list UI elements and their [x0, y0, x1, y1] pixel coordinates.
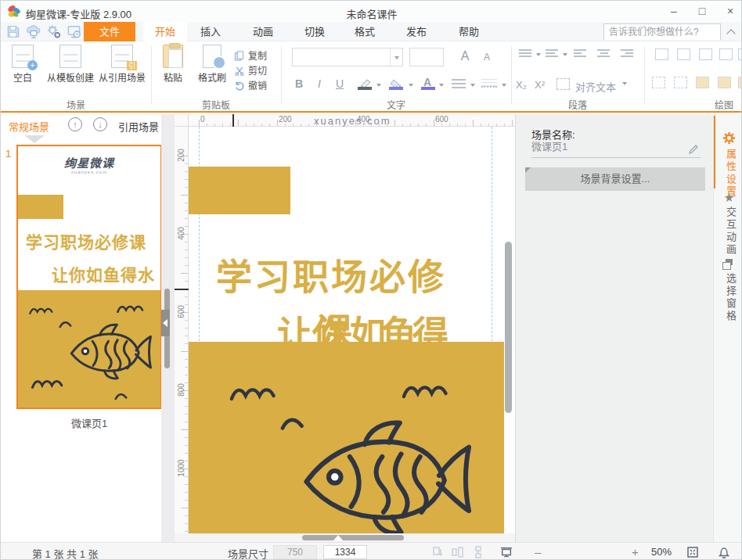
bullet-list-button[interactable]: [519, 49, 533, 59]
undo-button[interactable]: 撤销: [234, 78, 289, 91]
group-objects-button[interactable]: [652, 77, 665, 88]
cut-button[interactable]: 剪切: [234, 63, 289, 76]
tab-selection-pane[interactable]: 选择窗格: [723, 273, 738, 323]
edit-pencil-icon[interactable]: [688, 144, 699, 155]
headline-text-line1[interactable]: 学习职场必修: [216, 248, 446, 300]
chevron-down-icon[interactable]: [536, 53, 541, 56]
superscript-button[interactable]: X²: [535, 79, 545, 91]
canvas-vertical-scrollbar[interactable]: [505, 242, 512, 413]
slide-watermark: xuanyes.com: [314, 115, 391, 127]
move-scene-up-button[interactable]: ↑: [68, 117, 82, 131]
panel-splitter[interactable]: [161, 114, 175, 542]
tab-format[interactable]: 格式: [343, 22, 387, 41]
subscript-button[interactable]: X₂: [516, 79, 527, 91]
send-backward-button[interactable]: [718, 77, 731, 88]
save-icon[interactable]: [5, 24, 21, 39]
preview-play-icon[interactable]: [500, 546, 513, 558]
zoom-out-button[interactable]: –: [535, 545, 541, 558]
fish-illustration[interactable]: [298, 416, 474, 533]
search-input[interactable]: [604, 25, 720, 40]
align-objects-left-button[interactable]: [655, 48, 668, 60]
canvas-horizontal-scrollbar[interactable]: [302, 535, 404, 540]
minimize-button[interactable]: –: [662, 1, 686, 21]
fit-to-window-icon[interactable]: [686, 546, 699, 558]
scene-name-field[interactable]: [531, 139, 701, 158]
tab-home[interactable]: 开始: [143, 22, 187, 41]
collapse-panel-handle[interactable]: [161, 310, 170, 336]
tab-reference-scenes[interactable]: 引用场景: [118, 119, 159, 134]
format-painter-button[interactable]: 格式刷: [193, 45, 231, 84]
chevron-down-icon[interactable]: [622, 82, 627, 85]
paste-button[interactable]: 粘贴: [156, 45, 190, 84]
align-text-button[interactable]: 对齐文本: [575, 79, 616, 94]
slide-thumbnail[interactable]: 绚星微课 xuanyes.com 学习职场必修课 让你如鱼得水: [16, 145, 162, 409]
chevron-down-icon[interactable]: [470, 84, 475, 87]
chevron-down-icon[interactable]: [502, 84, 506, 87]
font-color-button[interactable]: A: [421, 77, 437, 90]
align-object-icon[interactable]: [431, 546, 444, 558]
chevron-down-icon[interactable]: [409, 84, 413, 87]
tab-interactive-animation[interactable]: 交互动画: [723, 206, 738, 257]
tab-publish[interactable]: 发布: [394, 22, 438, 41]
align-objects-middle-button[interactable]: [738, 48, 742, 60]
paragraph-spacing-button[interactable]: [546, 49, 560, 59]
expand-bottom-panel-handle[interactable]: [333, 535, 343, 540]
close-button[interactable]: ×: [719, 1, 742, 21]
zoom-level[interactable]: 50%: [651, 546, 672, 558]
scene-width-input[interactable]: [273, 545, 317, 559]
copy-button[interactable]: 复制: [234, 48, 289, 61]
fill-color-button[interactable]: [389, 77, 405, 90]
settings-gears-icon[interactable]: [46, 24, 62, 39]
align-right-button[interactable]: [621, 49, 635, 59]
wave-icon: [113, 392, 131, 401]
align-objects-top-button[interactable]: [719, 48, 733, 60]
align-left-button[interactable]: [574, 49, 588, 59]
cloud-publish-icon[interactable]: [26, 24, 41, 39]
bring-to-front-button[interactable]: [738, 77, 742, 88]
tab-help[interactable]: 帮助: [447, 22, 491, 41]
screen-record-icon[interactable]: [67, 24, 82, 39]
scene-background-button[interactable]: 场景背景设置...: [525, 167, 705, 191]
layout-object-icon[interactable]: [472, 546, 484, 558]
new-from-reference-button[interactable]: 引 从引用场景: [96, 45, 148, 84]
text-direction-button[interactable]: [556, 78, 570, 90]
zoom-in-button[interactable]: +: [632, 545, 639, 558]
tab-animation[interactable]: 动画: [241, 22, 285, 41]
ungroup-objects-button[interactable]: [674, 77, 687, 88]
canvas-horizontal-scrollbar-track[interactable]: [175, 533, 515, 542]
align-objects-center-button[interactable]: [677, 48, 690, 60]
tab-file[interactable]: 文件: [84, 22, 135, 41]
collapse-ribbon-icon[interactable]: [726, 29, 735, 38]
slide-canvas[interactable]: 学习职场必修 让 你 课 如 鱼 得: [189, 127, 515, 533]
scene-height-input[interactable]: [323, 545, 367, 559]
chevron-down-icon[interactable]: [439, 84, 444, 87]
font-family-select[interactable]: [292, 48, 403, 66]
tell-me-search[interactable]: [603, 23, 721, 40]
text-shading-button[interactable]: [481, 79, 497, 88]
tab-normal-scenes[interactable]: 常规场景: [9, 119, 49, 134]
yellow-rectangle-shape[interactable]: [189, 167, 290, 214]
highlight-color-button[interactable]: [358, 77, 373, 90]
tab-insert[interactable]: 插入: [189, 22, 232, 41]
align-objects-right-button[interactable]: [699, 48, 712, 60]
distribute-object-icon[interactable]: [452, 546, 464, 558]
chevron-down-icon[interactable]: [376, 84, 381, 87]
yellow-block-shape[interactable]: [189, 342, 504, 533]
bold-button[interactable]: B: [292, 77, 306, 90]
font-size-input[interactable]: [409, 48, 444, 66]
tab-transition[interactable]: 切换: [293, 22, 337, 41]
align-center-button[interactable]: [597, 49, 611, 59]
new-blank-scene-button[interactable]: + 空白: [2, 45, 43, 84]
line-spacing-button[interactable]: [452, 79, 466, 88]
maximize-button[interactable]: □: [690, 1, 714, 21]
scene-name-input[interactable]: [531, 140, 680, 152]
new-from-template-button[interactable]: 从模板创建: [45, 45, 95, 84]
notification-bell-icon[interactable]: [718, 546, 730, 558]
decrease-font-button[interactable]: A: [480, 52, 494, 63]
italic-button[interactable]: I: [312, 77, 326, 90]
increase-font-button[interactable]: A: [458, 49, 472, 63]
move-scene-down-button[interactable]: ↓: [93, 117, 107, 131]
underline-button[interactable]: U: [333, 77, 347, 90]
chevron-down-icon[interactable]: [563, 53, 567, 56]
bring-forward-button[interactable]: [696, 77, 709, 88]
